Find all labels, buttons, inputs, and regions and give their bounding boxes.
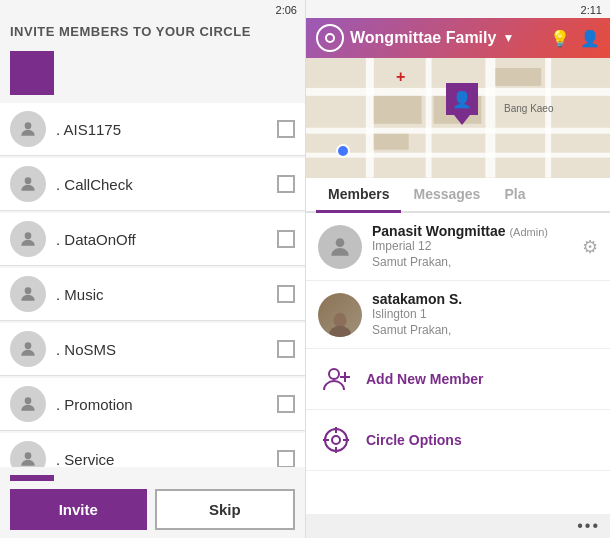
circle-options-item[interactable]: Circle Options: [306, 410, 610, 471]
contact-avatar: [10, 331, 46, 367]
right-panel: 2:11 Wongmittae Family ▼ 💡 👤: [305, 0, 610, 538]
contact-person-icon: [18, 449, 38, 467]
contact-person-icon: [18, 394, 38, 414]
add-person-svg: [321, 364, 351, 394]
svg-point-4: [25, 342, 32, 349]
circle-options-svg: [321, 425, 351, 455]
member-item-2[interactable]: satakamon S. Islington 1 Samut Prakan,: [306, 281, 610, 349]
right-bottom-bar: •••: [306, 514, 610, 538]
map-marker: 👤: [446, 83, 478, 121]
svg-point-22: [329, 369, 339, 379]
contact-avatar: [10, 221, 46, 257]
contact-list: . AIS1175 . CallCheck . DataOnOff . Musi…: [0, 103, 305, 467]
contact-checkbox[interactable]: [277, 175, 295, 193]
svg-point-0: [25, 122, 32, 129]
svg-point-1: [25, 177, 32, 184]
tab-members[interactable]: Members: [316, 178, 401, 213]
contact-avatar: [10, 386, 46, 422]
skip-button[interactable]: Skip: [155, 489, 296, 530]
contact-checkbox[interactable]: [277, 120, 295, 138]
member-name-1: Panasit Wongmittae (Admin): [372, 223, 582, 239]
contact-checkbox[interactable]: [277, 285, 295, 303]
right-time: 2:11: [581, 4, 602, 16]
face-silhouette-icon: [327, 311, 353, 337]
contact-item[interactable]: . DataOnOff: [0, 213, 305, 266]
member-address-1: Imperial 12 Samut Prakan,: [372, 239, 582, 270]
circle-inner: [325, 33, 335, 43]
contact-name: . DataOnOff: [56, 231, 277, 248]
contact-name: . AIS1175: [56, 121, 277, 138]
right-header: Wongmittae Family ▼ 💡 👤: [306, 18, 610, 58]
invite-button[interactable]: Invite: [10, 489, 147, 530]
contact-item[interactable]: . AIS1175: [0, 103, 305, 156]
map-place-label: Bang Kaeo: [504, 103, 554, 114]
contact-avatar: [10, 276, 46, 312]
map-cross-icon: +: [396, 68, 405, 86]
svg-point-6: [25, 452, 32, 459]
contact-item[interactable]: . NoSMS: [0, 323, 305, 376]
add-member-item[interactable]: Add New Member: [306, 349, 610, 410]
svg-rect-11: [545, 58, 551, 178]
circle-brand-icon: [316, 24, 344, 52]
members-list: Panasit Wongmittae (Admin) Imperial 12 S…: [306, 213, 610, 514]
contact-name: . NoSMS: [56, 341, 277, 358]
left-panel: 2:06 INVITE MEMBERS TO YOUR CIRCLE . AIS…: [0, 0, 305, 538]
chevron-down-icon[interactable]: ▼: [502, 31, 514, 45]
contact-person-icon: [18, 229, 38, 249]
left-time: 2:06: [276, 4, 297, 16]
contact-person-icon: [18, 174, 38, 194]
member-photo-2: [318, 293, 362, 337]
map-location-dot: [336, 144, 350, 158]
member-item[interactable]: Panasit Wongmittae (Admin) Imperial 12 S…: [306, 213, 610, 281]
svg-rect-18: [495, 68, 541, 86]
tab-pla[interactable]: Pla: [492, 178, 537, 211]
svg-rect-17: [374, 134, 409, 150]
admin-badge: (Admin): [509, 226, 548, 238]
settings-icon[interactable]: 💡: [550, 29, 570, 48]
svg-point-26: [332, 436, 340, 444]
contact-checkbox[interactable]: [277, 450, 295, 467]
gear-icon[interactable]: ⚙: [582, 236, 598, 258]
contact-item[interactable]: . Music: [0, 268, 305, 321]
svg-rect-9: [426, 58, 432, 178]
map-person-icon: 👤: [452, 90, 472, 109]
contact-item[interactable]: . CallCheck: [0, 158, 305, 211]
svg-rect-8: [366, 58, 374, 178]
contact-item[interactable]: . Promotion: [0, 378, 305, 431]
contact-name: . CallCheck: [56, 176, 277, 193]
contact-item[interactable]: . Service: [0, 433, 305, 467]
search-input-box[interactable]: [10, 51, 54, 95]
contact-name: . Promotion: [56, 396, 277, 413]
svg-point-2: [25, 232, 32, 239]
svg-rect-10: [485, 58, 495, 178]
member-name-2: satakamon S.: [372, 291, 598, 307]
contact-person-icon: [18, 119, 38, 139]
member-info-2: satakamon S. Islington 1 Samut Prakan,: [372, 291, 598, 338]
contact-checkbox[interactable]: [277, 230, 295, 248]
map-area: Bang Kaeo + 👤: [306, 58, 610, 178]
left-status-bar: 2:06: [0, 0, 305, 18]
add-person-icon: [318, 361, 354, 397]
svg-rect-13: [306, 128, 610, 134]
svg-point-3: [25, 287, 32, 294]
contact-checkbox[interactable]: [277, 395, 295, 413]
svg-point-19: [336, 238, 345, 247]
tabs-bar: Members Messages Pla: [306, 178, 610, 213]
contact-name: . Service: [56, 451, 277, 468]
bottom-buttons: Invite Skip: [10, 489, 295, 530]
member-address-2: Islington 1 Samut Prakan,: [372, 307, 598, 338]
contact-checkbox[interactable]: [277, 340, 295, 358]
map-marker-tail: [454, 115, 470, 125]
person-silhouette-icon: [327, 234, 353, 260]
circle-name[interactable]: Wongmittae Family: [350, 29, 496, 47]
svg-rect-14: [306, 153, 610, 158]
member-avatar-1: [318, 225, 362, 269]
add-member-label: Add New Member: [366, 371, 483, 387]
circle-options-icon: [318, 422, 354, 458]
contact-person-icon: [18, 339, 38, 359]
contact-avatar: [10, 111, 46, 147]
more-options-icon[interactable]: •••: [577, 517, 600, 535]
svg-point-5: [25, 397, 32, 404]
tab-messages[interactable]: Messages: [401, 178, 492, 211]
person-icon[interactable]: 👤: [580, 29, 600, 48]
